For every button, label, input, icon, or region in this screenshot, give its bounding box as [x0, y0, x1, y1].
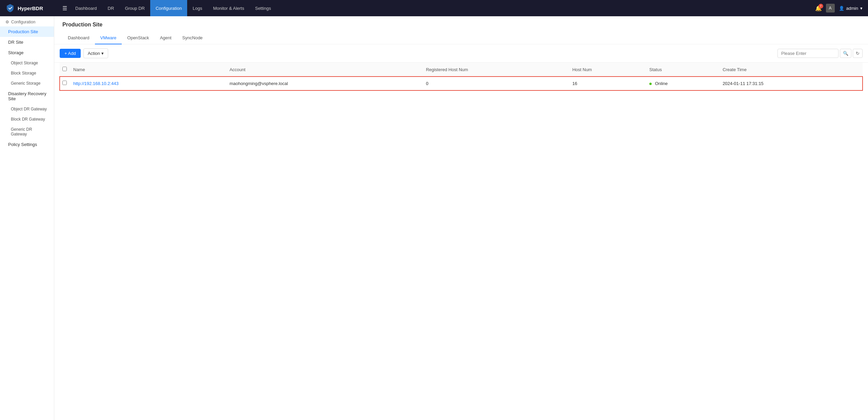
select-all-checkbox[interactable] [62, 67, 67, 71]
sidebar-item-object-dr-gateway[interactable]: Object DR Gateway [0, 104, 54, 114]
main-content: Production Site Dashboard VMware OpenSta… [54, 16, 868, 420]
status-dot-icon [649, 83, 652, 85]
sidebar-item-generic-storage[interactable]: Generic Storage [0, 78, 54, 88]
add-button[interactable]: + Add [60, 49, 81, 58]
header-checkbox-col [60, 63, 71, 77]
chevron-down-icon: ▾ [101, 51, 104, 56]
row-account-cell: maohongming@vsphere.local [227, 77, 423, 90]
username: admin [846, 6, 858, 11]
sidebar-item-block-dr-gateway[interactable]: Block DR Gateway [0, 114, 54, 124]
brand-logo-icon [5, 3, 15, 13]
action-button[interactable]: Action ▾ [83, 48, 108, 58]
header-host-num: Host Num [570, 63, 647, 77]
nav-item-group-dr[interactable]: Group DR [119, 0, 150, 16]
sidebar-item-production-site[interactable]: Production Site [0, 26, 54, 37]
header-create-time: Create Time [720, 63, 863, 77]
tab-agent[interactable]: Agent [155, 32, 177, 44]
row-name-link[interactable]: http://192.168.10.2:443 [73, 81, 119, 86]
sidebar-item-storage-group[interactable]: Storage [0, 47, 54, 58]
nav-item-configuration[interactable]: Configuration [150, 0, 187, 16]
app-layout: ⚙ Configuration Production Site DR Site … [0, 16, 868, 420]
search-button[interactable]: 🔍 [840, 49, 851, 58]
notification-badge: 7 [818, 4, 823, 8]
hamburger-button[interactable]: ☰ [60, 4, 70, 13]
nav-item-monitor-alerts[interactable]: Monitor & Alerts [208, 0, 250, 16]
table-container: Name Account Registered Host Num Host Nu… [54, 63, 868, 90]
brand: HyperBDR [5, 3, 53, 13]
nav-right: 🔔 7 A 👤 admin ▾ [815, 4, 863, 13]
header-account: Account [227, 63, 423, 77]
row-name-cell: http://192.168.10.2:443 [71, 77, 227, 90]
search-box: 🔍 ↻ [777, 49, 863, 58]
tabs: Dashboard VMware OpenStack Agent SyncNod… [62, 32, 860, 44]
tab-vmware[interactable]: VMware [95, 32, 122, 44]
header-registered-host-num: Registered Host Num [423, 63, 570, 77]
notification-button[interactable]: 🔔 7 [815, 5, 822, 12]
page-container: Production Site Dashboard VMware OpenSta… [54, 16, 868, 420]
tab-openstack[interactable]: OpenStack [122, 32, 154, 44]
row-registered-host-num-cell: 0 [423, 77, 570, 90]
data-table: Name Account Registered Host Num Host Nu… [60, 63, 863, 90]
row-status-text: Online [655, 81, 668, 86]
table-header-row: Name Account Registered Host Num Host Nu… [60, 63, 863, 77]
page-header: Production Site Dashboard VMware OpenSta… [54, 16, 868, 44]
header-status: Status [647, 63, 720, 77]
sidebar-item-policy-settings[interactable]: Policy Settings [0, 139, 54, 150]
tab-dashboard[interactable]: Dashboard [62, 32, 95, 44]
sidebar-item-dr-site[interactable]: DR Site [0, 37, 54, 47]
sidebar-item-generic-dr-gateway[interactable]: Generic DR Gateway [0, 124, 54, 139]
nav-item-settings[interactable]: Settings [250, 0, 276, 16]
header-name: Name [71, 63, 227, 77]
sidebar-section-header: ⚙ Configuration [0, 16, 54, 26]
table-body: http://192.168.10.2:443 maohongming@vsph… [60, 77, 863, 90]
user-menu[interactable]: 👤 admin ▾ [839, 6, 863, 11]
brand-name: HyperBDR [18, 5, 43, 11]
page-title: Production Site [62, 22, 860, 28]
row-host-num-cell: 16 [570, 77, 647, 90]
table-row: http://192.168.10.2:443 maohongming@vsph… [60, 77, 863, 90]
help-icon: A [826, 4, 835, 13]
top-nav: HyperBDR ☰ Dashboard DR Group DR Configu… [0, 0, 868, 16]
search-input[interactable] [777, 49, 839, 58]
sidebar: ⚙ Configuration Production Site DR Site … [0, 16, 54, 420]
user-icon: 👤 [839, 6, 844, 11]
nav-item-logs[interactable]: Logs [187, 0, 208, 16]
table-head: Name Account Registered Host Num Host Nu… [60, 63, 863, 77]
row-create-time-cell: 2024-01-11 17:31:15 [720, 77, 863, 90]
sidebar-item-block-storage[interactable]: Block Storage [0, 68, 54, 78]
nav-items: Dashboard DR Group DR Configuration Logs… [70, 0, 815, 16]
sidebar-item-disaster-recovery-site-group[interactable]: Disastery Recovery Site [0, 88, 54, 104]
action-label: Action [88, 51, 100, 56]
sidebar-section-label: Configuration [11, 20, 35, 24]
sidebar-item-object-storage[interactable]: Object Storage [0, 58, 54, 68]
toolbar: + Add Action ▾ 🔍 ↻ [54, 44, 868, 63]
row-status-cell: Online [647, 77, 720, 90]
refresh-button[interactable]: ↻ [853, 49, 863, 58]
nav-item-dr[interactable]: DR [102, 0, 120, 16]
tab-syncnode[interactable]: SyncNode [177, 32, 208, 44]
nav-item-dashboard[interactable]: Dashboard [70, 0, 102, 16]
chevron-down-icon: ▾ [860, 6, 863, 11]
config-icon: ⚙ [5, 20, 9, 24]
row-checkbox[interactable] [62, 81, 67, 85]
help-button[interactable]: A [826, 4, 835, 13]
row-checkbox-cell [60, 77, 71, 90]
